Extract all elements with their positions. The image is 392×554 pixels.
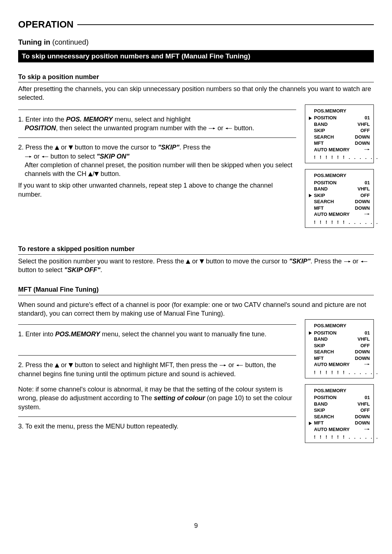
cursor-icon bbox=[309, 422, 312, 425]
mft-step-1: 1. Enter into POS.MEMORY menu, select th… bbox=[18, 330, 296, 338]
osd-box-3: POS.MEMORY POSITION01 BANDVHFL SKIPOFF S… bbox=[305, 319, 374, 378]
arrow-left-icon bbox=[236, 363, 243, 368]
mft-step-3: 3. To exit the menu, press the MENU butt… bbox=[18, 422, 296, 431]
cursor-icon bbox=[309, 331, 312, 335]
arrow-left-icon bbox=[225, 126, 232, 131]
divider bbox=[18, 324, 296, 325]
cursor-icon bbox=[309, 194, 312, 197]
triangle-up-icon bbox=[88, 172, 93, 176]
page-number: 9 bbox=[18, 521, 374, 530]
triangle-up-icon bbox=[55, 363, 59, 368]
mft-step-2: 2. Press the or button to select and hig… bbox=[18, 361, 296, 378]
mft-left-col: 1. Enter into POS.MEMORY menu, select th… bbox=[18, 319, 296, 434]
arrow-right-icon bbox=[364, 427, 370, 431]
skip-intro: After presetting the channels, you can s… bbox=[18, 85, 374, 102]
osd-box-1: POS.MEMORY POSITION01 BANDVHFL SKIPOFF S… bbox=[305, 104, 374, 163]
arrow-right-icon bbox=[364, 147, 370, 152]
restore-heading: To restore a skipped position number bbox=[18, 245, 374, 254]
triangle-down-icon bbox=[200, 259, 204, 264]
skip-left-col: 1. Enter into the POS. MEMORY menu, sele… bbox=[18, 104, 296, 199]
subtitle-bold: Tuning in bbox=[18, 38, 50, 46]
triangle-up-icon bbox=[55, 145, 59, 150]
cursor-icon bbox=[309, 116, 312, 120]
triangle-down-icon bbox=[94, 172, 99, 176]
triangle-down-icon bbox=[69, 145, 73, 150]
arrow-right-icon bbox=[25, 155, 32, 159]
triangle-up-icon bbox=[186, 259, 190, 264]
title-rule bbox=[77, 24, 374, 25]
divider bbox=[18, 355, 296, 356]
mft-intro: When sound and picture's effect of a cha… bbox=[18, 300, 374, 318]
skip-tail: If you want to skip other unwanted chann… bbox=[18, 181, 296, 199]
subtitle-cont: (continued) bbox=[50, 38, 89, 46]
arrow-right-icon bbox=[364, 212, 370, 216]
arrow-left-icon bbox=[360, 259, 368, 264]
skip-heading: To skip a position number bbox=[18, 73, 374, 82]
page-title-text: OPERATION bbox=[18, 18, 74, 31]
mft-note: Note: if some channel's colour is abnorm… bbox=[18, 385, 296, 411]
triangle-down-icon bbox=[69, 363, 73, 368]
skip-step-1: 1. Enter into the POS. MEMORY menu, sele… bbox=[18, 115, 296, 133]
osd-box-2: POS.MEMORY POSITION01 BANDVHFL SKIPOFF S… bbox=[305, 169, 374, 228]
arrow-left-icon bbox=[41, 155, 49, 159]
divider bbox=[18, 416, 296, 417]
section-banner: To skip unnecessary position numbers and… bbox=[18, 50, 374, 62]
divider bbox=[18, 110, 296, 110]
page-title: OPERATION bbox=[18, 18, 374, 31]
restore-body: Select the position number you want to r… bbox=[18, 257, 374, 275]
skip-step-2: 2. Press the or button to move the curso… bbox=[18, 143, 296, 178]
divider bbox=[18, 138, 296, 138]
arrow-right-icon bbox=[344, 259, 351, 264]
mft-heading: MFT (Manual Fine Tuning) bbox=[18, 285, 374, 295]
arrow-right-icon bbox=[364, 362, 370, 366]
subtitle: Tuning in (continued) bbox=[18, 37, 374, 47]
arrow-right-icon bbox=[208, 126, 216, 131]
osd-box-4: POS.MEMORY POSITION01 BANDVHFL SKIPOFF S… bbox=[305, 384, 374, 443]
arrow-right-icon bbox=[219, 363, 226, 368]
